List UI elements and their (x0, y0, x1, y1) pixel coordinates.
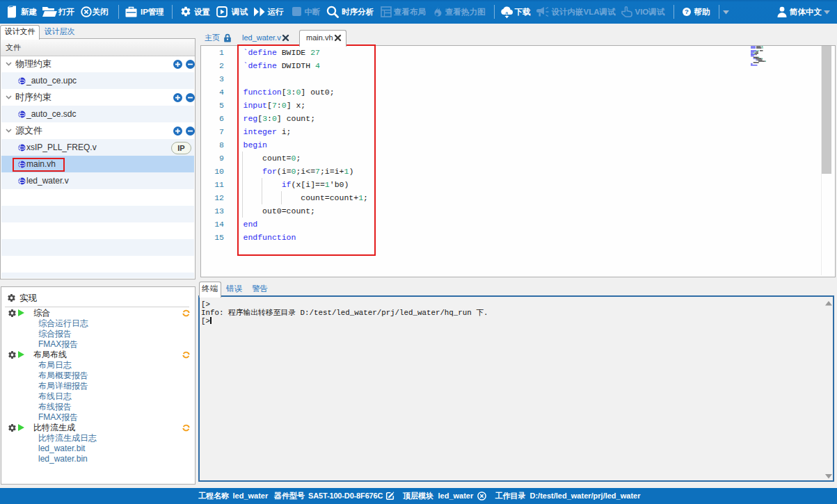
svg-text:?: ? (685, 8, 689, 15)
